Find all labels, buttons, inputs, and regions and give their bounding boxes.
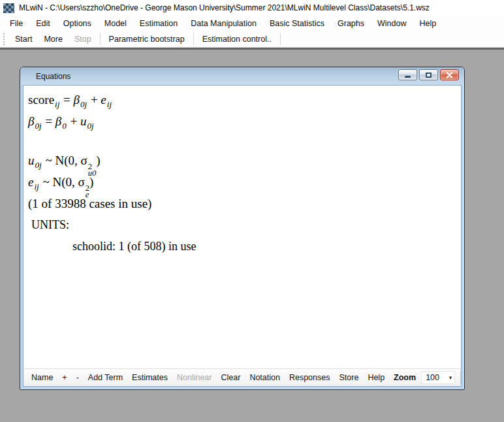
toolbar-grip-icon[interactable]	[3, 33, 5, 45]
minimize-icon	[405, 76, 411, 78]
eq-toolbar-button-add-term[interactable]: Add Term	[84, 373, 127, 382]
equation-segment: 0	[62, 121, 67, 131]
equation-segment: ij	[55, 99, 59, 109]
menu-item-options[interactable]: Options	[57, 17, 98, 30]
equation-segment: ~ N(0, σ	[42, 154, 87, 167]
toolbar-button-estimation-control[interactable]: Estimation control..	[197, 33, 277, 46]
eq-toolbar-end-separator	[460, 371, 461, 384]
close-button[interactable]	[440, 69, 459, 80]
equation-segment: e	[101, 93, 106, 106]
menu-item-file[interactable]: File	[3, 17, 29, 30]
eq-toolbar-button-help[interactable]: Help	[363, 373, 389, 382]
maximize-button[interactable]	[419, 69, 438, 80]
estimation-toolbar: StartMoreStopParametric bootstrapEstimat…	[0, 31, 504, 48]
equations-body: scoreij = β0j + eijβ0j = β0 + u0ju0j ~ N…	[23, 85, 462, 387]
equation-spacer	[28, 132, 461, 150]
equation-line[interactable]: u0j ~ N(0, σ2u0)	[28, 150, 461, 171]
equation-segment: 0j	[35, 160, 42, 170]
chevron-down-icon: ▾	[449, 375, 452, 381]
equation-segment: u	[28, 154, 35, 167]
equation-segment: UNITS:	[31, 218, 69, 231]
mdi-client-area: Equations scoreij = β0j + eijβ0j = β0 + …	[0, 48, 504, 422]
equation-line[interactable]: eij ~ N(0, σ2e)	[28, 171, 461, 193]
menu-item-window[interactable]: Window	[371, 17, 413, 30]
mlwin-app-icon[interactable]	[3, 3, 14, 13]
equation-segment: schoolid: 1 (of 508) in use	[72, 240, 196, 253]
eq-toolbar-button-estimates[interactable]: Estimates	[127, 373, 172, 382]
menu-item-estimation[interactable]: Estimation	[133, 17, 184, 30]
menu-item-model[interactable]: Model	[98, 17, 133, 30]
equations-content[interactable]: scoreij = β0j + eijβ0j = β0 + u0ju0j ~ N…	[24, 86, 461, 368]
toolbar-button-start[interactable]: Start	[9, 33, 38, 46]
menu-item-graphs[interactable]: Graphs	[331, 17, 371, 30]
equation-segment: score	[28, 93, 54, 106]
equation-segment: e	[28, 175, 33, 189]
app-titlebar: MLwiN - C:\Users\szzho\OneDrive - George…	[0, 0, 504, 16]
equation-segment: )	[96, 154, 100, 167]
equation-segment: 0j	[80, 99, 87, 109]
equation-line[interactable]: UNITS:	[28, 214, 461, 236]
equation-line[interactable]: (1 of 33988 cases in use)	[28, 193, 461, 214]
equation-segment: =	[42, 114, 55, 128]
equation-line[interactable]: β0j = β0 + u0j	[28, 110, 461, 132]
eq-toolbar-button-store[interactable]: Store	[334, 373, 363, 382]
equations-titlebar[interactable]: Equations	[20, 67, 464, 85]
equation-segment: (1 of 33988 cases in use)	[28, 197, 151, 210]
eq-toolbar-button-item[interactable]: +	[57, 373, 71, 382]
eq-toolbar-button-nonlinear[interactable]: Nonlinear	[172, 373, 217, 382]
equation-segment: β	[55, 114, 61, 128]
zoom-level-combo[interactable]: 100▾	[421, 371, 455, 384]
equation-segment: ij	[107, 99, 112, 109]
maximize-icon	[426, 73, 432, 78]
menu-bar: FileEditOptionsModelEstimationData Manip…	[0, 16, 504, 31]
toolbar-separator	[100, 33, 101, 45]
toolbar-button-more[interactable]: More	[38, 33, 68, 46]
toolbar-separator	[280, 33, 281, 45]
toolbar-button-stop[interactable]: Stop	[69, 33, 97, 46]
menu-item-basic-statistics[interactable]: Basic Statistics	[263, 17, 331, 30]
eq-toolbar-button-zoom[interactable]: Zoom	[389, 373, 420, 382]
equation-segment: +	[67, 114, 80, 128]
equations-window-title: Equations	[20, 72, 71, 81]
equations-bottom-toolbar: Name+-Add TermEstimatesNonlinearClearNot…	[24, 368, 461, 386]
menu-item-data-manipulation[interactable]: Data Manipulation	[184, 17, 263, 30]
eq-toolbar-button-name[interactable]: Name	[27, 373, 57, 382]
equation-segment: u	[80, 114, 87, 128]
equations-window: Equations scoreij = β0j + eijβ0j = β0 + …	[20, 67, 465, 390]
equation-segment: 0j	[35, 121, 41, 131]
equation-segment: β	[28, 114, 34, 128]
minimize-button[interactable]	[398, 69, 417, 80]
equation-segment: )	[89, 175, 93, 189]
equation-segment: ~ N(0, σ	[40, 175, 85, 189]
eq-toolbar-button-responses[interactable]: Responses	[285, 373, 335, 382]
equation-line[interactable]: scoreij = β0j + eij	[28, 89, 461, 110]
equation-segment: 0j	[87, 121, 94, 131]
equation-segment: +	[87, 93, 101, 106]
app-title: MLwiN - C:\Users\szzho\OneDrive - George…	[19, 3, 430, 12]
menu-item-help[interactable]: Help	[413, 17, 443, 30]
toolbar-separator	[193, 33, 194, 45]
equation-line[interactable]: schoolid: 1 (of 508) in use	[28, 236, 461, 257]
window-controls	[398, 69, 459, 80]
zoom-level-value: 100	[426, 373, 449, 382]
equation-segment: β	[74, 93, 80, 106]
equation-segment: ij	[34, 182, 39, 191]
eq-toolbar-button-clear[interactable]: Clear	[217, 373, 245, 382]
eq-toolbar-button-item[interactable]: -	[72, 373, 84, 382]
menu-item-edit[interactable]: Edit	[29, 17, 57, 30]
toolbar-button-parametric-bootstrap[interactable]: Parametric bootstrap	[103, 33, 191, 46]
equation-segment: =	[60, 93, 73, 106]
eq-toolbar-button-notation[interactable]: Notation	[245, 373, 285, 382]
close-icon	[446, 72, 453, 78]
